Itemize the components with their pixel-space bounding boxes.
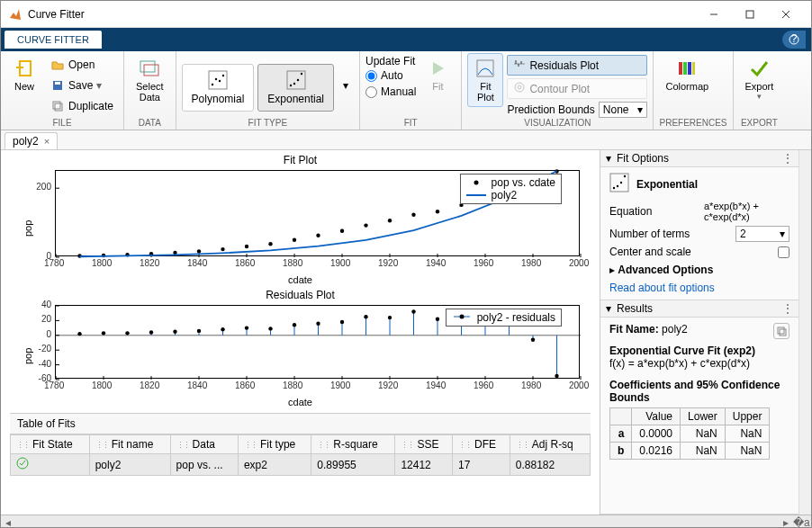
fit-plot-toggle[interactable]: Fit Plot (467, 53, 503, 107)
svg-point-109 (268, 327, 272, 330)
close-button[interactable] (768, 1, 804, 28)
read-about-fit-options-link[interactable]: Read about fit options (609, 282, 789, 294)
new-button[interactable]: New (6, 53, 42, 96)
svg-point-93 (77, 332, 81, 336)
tof-col-type[interactable]: Fit type (238, 435, 311, 454)
manual-radio[interactable]: Manual (365, 85, 416, 98)
residuals-icon (513, 58, 526, 73)
save-button[interactable]: Save▾ (46, 76, 118, 95)
scroll-left-button[interactable]: ◂ (1, 516, 15, 529)
fittype-gallery-expand[interactable]: ▾ (338, 60, 354, 111)
nterms-label: Number of terms (609, 228, 735, 240)
svg-rect-13 (140, 61, 155, 72)
close-tab-icon[interactable]: × (44, 136, 50, 147)
table-of-fits[interactable]: Fit State Fit name Data Fit type R-squar… (10, 434, 591, 476)
svg-rect-1 (746, 11, 753, 18)
svg-point-117 (364, 315, 367, 318)
auto-radio[interactable]: Auto (365, 69, 416, 82)
fittype-polynomial-button[interactable]: Polynomial (182, 64, 255, 112)
svg-point-59 (268, 242, 272, 246)
svg-point-65 (411, 212, 415, 216)
svg-point-99 (149, 330, 153, 334)
prediction-bounds-select[interactable]: None▾ (599, 102, 648, 118)
scroll-right-button[interactable]: ▸ (779, 516, 793, 529)
tof-col-name[interactable]: Fit name (89, 435, 170, 454)
svg-point-135 (459, 315, 464, 319)
center-scale-label: Center and scale (609, 246, 778, 258)
tof-col-sse[interactable]: SSE (395, 435, 453, 454)
svg-point-138 (613, 187, 615, 189)
svg-point-115 (340, 320, 344, 324)
ribbon-tab-curvefitter[interactable]: CURVE FITTER (5, 31, 102, 49)
duplicate-button[interactable]: Duplicate (46, 96, 118, 116)
residuals-plot-toggle[interactable]: Residuals Plot (507, 55, 647, 76)
svg-marker-25 (433, 62, 444, 75)
tof-col-r2[interactable]: R-square (311, 435, 395, 454)
colormap-button[interactable]: Colormap (659, 53, 715, 96)
svg-point-66 (436, 210, 439, 213)
svg-point-21 (289, 84, 291, 85)
doc-tab-poly2[interactable]: poly2 × (5, 132, 58, 149)
tof-col-adjr2[interactable]: Adj R-sq (510, 435, 590, 454)
chevron-down-icon: ▾ (637, 103, 643, 116)
results-fx: f(x) = a*exp(b*x) + c*exp(d*x) (609, 357, 789, 370)
advanced-options-toggle[interactable]: Advanced Options (618, 264, 713, 276)
svg-point-58 (245, 245, 248, 248)
tof-col-dfe[interactable]: DFE (453, 435, 510, 454)
fit-options-header[interactable]: ▾ Fit Options ⋮ (600, 150, 798, 167)
maximize-button[interactable] (732, 1, 768, 28)
help-button[interactable]: ? (782, 31, 806, 49)
window-title: Curve Fitter (28, 8, 696, 21)
new-icon (14, 58, 35, 79)
svg-rect-142 (778, 327, 784, 334)
fittype-exponential-button[interactable]: Exponential (257, 64, 334, 112)
more-icon[interactable]: ⋮ (782, 302, 793, 315)
polynomial-icon (208, 70, 228, 93)
table-of-fits-title: Table of Fits (10, 413, 591, 434)
select-data-icon (139, 58, 160, 79)
duplicate-icon (50, 99, 65, 113)
vertical-scrollbar[interactable] (798, 150, 811, 515)
chevron-down-icon: ▾ (780, 228, 785, 240)
center-scale-checkbox[interactable] (778, 246, 789, 258)
open-button[interactable]: Open (46, 55, 118, 75)
table-row[interactable]: poly2 pop vs. ... exp2 0.89955 12412 17 … (11, 454, 591, 476)
svg-rect-11 (53, 102, 60, 109)
select-data-button[interactable]: Select Data (130, 53, 170, 107)
save-icon (50, 78, 65, 93)
svg-point-22 (293, 82, 294, 84)
svg-point-107 (245, 326, 248, 329)
matlab-logo-icon (8, 7, 23, 22)
copy-results-button[interactable] (773, 323, 789, 339)
residuals-chart[interactable]: pop 178018001820184018601880190019201940… (10, 301, 591, 395)
svg-point-32 (518, 85, 521, 89)
svg-point-139 (617, 185, 618, 187)
ribbon-tabbar: CURVE FITTER ? (1, 28, 811, 51)
more-icon[interactable]: ⋮ (782, 152, 793, 165)
fit-plot-icon (474, 58, 496, 79)
minimize-button[interactable] (696, 1, 732, 28)
tof-col-data[interactable]: Data (170, 435, 238, 454)
restore-layout-button[interactable]: �а (793, 516, 807, 529)
tof-col-state[interactable]: Fit State (11, 435, 90, 454)
group-label-fittype: FIT TYPE (182, 118, 354, 130)
svg-rect-10 (55, 82, 60, 85)
group-label-viz: VISUALIZATION (467, 118, 647, 130)
svg-point-133 (555, 374, 558, 378)
expand-icon[interactable]: ▸ (609, 264, 615, 276)
svg-point-62 (340, 229, 344, 233)
fit-type-name: Exponential (636, 178, 698, 191)
svg-point-18 (219, 79, 221, 81)
svg-point-31 (515, 83, 524, 92)
nterms-select[interactable]: 2▾ (735, 226, 789, 242)
export-button[interactable]: Export▾ (739, 53, 780, 105)
fit-plot-chart[interactable]: pop 178018001820184018601880190019201940… (10, 166, 591, 273)
fit-state-ok-icon (11, 454, 90, 476)
titlebar: Curve Fitter (1, 1, 811, 28)
group-label-file: FILE (6, 118, 118, 130)
svg-point-19 (222, 74, 224, 76)
svg-point-16 (212, 83, 213, 85)
svg-point-72 (474, 181, 478, 185)
fit-plot-title: Fit Plot (10, 154, 591, 166)
results-header[interactable]: ▾ Results ⋮ (600, 300, 798, 318)
